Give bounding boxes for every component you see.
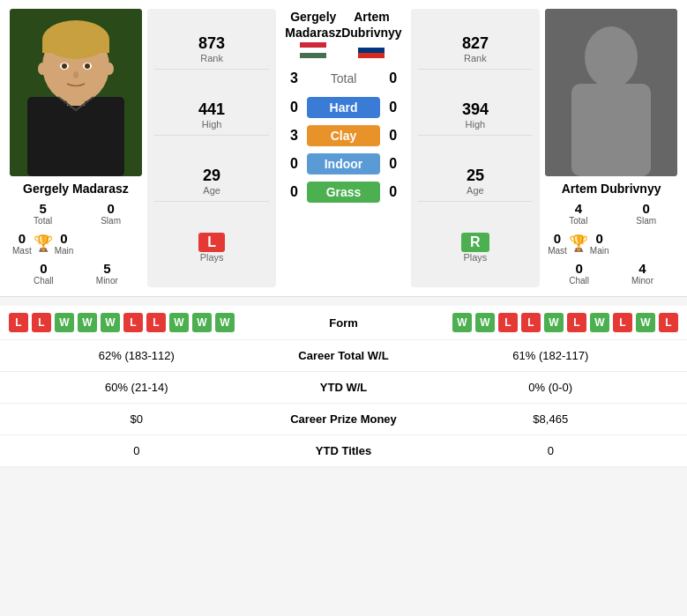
right-high-value: 394 xyxy=(418,100,534,119)
player-left-main-value: 0 xyxy=(55,231,74,246)
hard-badge: Hard xyxy=(307,97,379,118)
form-badge-right: L xyxy=(521,313,541,332)
svg-rect-5 xyxy=(42,40,109,53)
player-left-photo xyxy=(10,9,142,176)
svg-rect-15 xyxy=(571,84,651,176)
stat-right-3: 0 xyxy=(423,444,679,457)
hard-score-left: 0 xyxy=(280,100,307,115)
svg-rect-1 xyxy=(27,97,124,176)
player-left-minor-value: 5 xyxy=(96,261,118,276)
stat-right-2: $8,465 xyxy=(423,412,679,426)
grass-badge: Grass xyxy=(307,182,379,203)
indoor-score-left: 0 xyxy=(280,156,307,172)
player-right-minor-label: Minor xyxy=(631,276,653,286)
form-badge-right: L xyxy=(659,313,678,332)
stats-rows: 62% (183-112)Career Total W/L61% (182-11… xyxy=(0,340,687,467)
right-plays-value: R xyxy=(461,233,489,252)
player-right-minor-value: 4 xyxy=(631,261,653,276)
form-badge-left: W xyxy=(192,313,212,332)
flag-left xyxy=(300,42,326,58)
player-left-photo-container: Gergely Madarasz 5 Total 0 Slam 0 Mast 🏆… xyxy=(9,9,143,287)
form-badge-right: W xyxy=(475,313,495,332)
stat-row-0: 62% (183-112)Career Total W/L61% (182-11… xyxy=(0,340,687,372)
form-badge-right: L xyxy=(613,313,632,332)
stat-center-3: YTD Titles xyxy=(265,444,423,457)
player-right-chall-label: Chall xyxy=(569,276,589,286)
right-player-name-center: Artem Dubrivnyy xyxy=(341,9,401,41)
top-section: Gergely Madarasz 5 Total 0 Slam 0 Mast 🏆… xyxy=(0,0,687,297)
player-left-mast-value: 0 xyxy=(12,231,32,246)
player-left-main-label: Main xyxy=(55,246,74,256)
stat-center-2: Career Prize Money xyxy=(265,412,423,426)
player-left-minor-label: Minor xyxy=(96,276,118,286)
grass-score-left: 0 xyxy=(280,184,307,200)
form-badge-right: L xyxy=(567,313,586,332)
trophy-left: 🏆 xyxy=(34,234,53,253)
player-right-silhouette xyxy=(545,9,677,176)
player-left-stats: 873 Rank 441 High 29 Age L Plays xyxy=(147,9,277,287)
stat-left-1: 60% (21-14) xyxy=(9,381,265,394)
svg-point-11 xyxy=(38,63,47,75)
left-rank-label: Rank xyxy=(154,53,270,63)
player-left-silhouette xyxy=(10,9,142,176)
form-badge-right: W xyxy=(636,313,655,332)
form-badge-right: L xyxy=(498,313,518,332)
player-left-total-label: Total xyxy=(12,216,73,226)
left-high-value: 441 xyxy=(154,100,270,119)
form-badge-left: W xyxy=(55,313,74,332)
right-age-value: 25 xyxy=(418,167,534,185)
form-badge-left: W xyxy=(215,313,235,332)
form-right: WWLLWLWLWL xyxy=(397,313,679,332)
player-right-main-value: 0 xyxy=(590,231,609,246)
flag-right xyxy=(358,42,385,58)
form-badge-left: L xyxy=(32,313,51,332)
clay-badge: Clay xyxy=(307,125,379,146)
form-badge-left: W xyxy=(169,313,189,332)
player-right-mast-label: Mast xyxy=(548,246,567,256)
stat-left-2: $0 xyxy=(9,412,265,426)
form-row: LLWWWLLWWW Form WWLLWLWLWL xyxy=(0,306,687,340)
form-badge-left: W xyxy=(78,313,97,332)
stat-row-3: 0YTD Titles0 xyxy=(0,435,687,467)
player-left-mast-label: Mast xyxy=(12,246,32,256)
player-right-chall-value: 0 xyxy=(569,261,589,276)
right-high-label: High xyxy=(418,119,534,130)
player-left-slam-value: 0 xyxy=(82,201,138,216)
trophy-right: 🏆 xyxy=(569,234,588,253)
player-right-photo xyxy=(545,9,677,176)
form-badge-left: W xyxy=(101,313,120,332)
player-right-stats: 827 Rank 394 High 25 Age R Plays xyxy=(411,9,541,287)
left-age-label: Age xyxy=(154,185,270,196)
stat-left-3: 0 xyxy=(9,444,265,457)
right-rank-label: Rank xyxy=(418,53,534,63)
form-badge-right: W xyxy=(452,313,472,332)
form-badge-right: W xyxy=(544,313,564,332)
stat-left-0: 62% (183-112) xyxy=(9,349,265,362)
form-left: LLWWWLLWWW xyxy=(9,313,291,332)
form-badge-left: L xyxy=(123,313,143,332)
svg-point-14 xyxy=(585,26,638,88)
form-label: Form xyxy=(291,316,397,330)
player-right-slam-label: Slam xyxy=(618,216,675,226)
svg-point-8 xyxy=(62,63,67,69)
form-badge-right: W xyxy=(590,313,609,332)
indoor-score-right: 0 xyxy=(380,156,407,172)
indoor-badge: Indoor xyxy=(307,153,379,174)
left-high-label: High xyxy=(154,119,270,130)
hard-score-right: 0 xyxy=(380,100,407,115)
clay-score-right: 0 xyxy=(380,128,407,144)
total-score-right: 0 xyxy=(380,71,407,86)
left-age-value: 29 xyxy=(154,167,270,185)
total-score-left: 3 xyxy=(280,71,307,86)
left-rank-value: 873 xyxy=(154,34,270,53)
player-right-main-label: Main xyxy=(590,246,609,256)
player-right-total-value: 4 xyxy=(548,201,609,216)
stat-row-1: 60% (21-14)YTD W/L0% (0-0) xyxy=(0,372,687,404)
player-right-photo-container: Artem Dubrivnyy 4 Total 0 Slam 0 Mast 🏆 … xyxy=(544,9,678,287)
player-left-name: Gergely Madarasz xyxy=(23,182,129,196)
player-right-mast-value: 0 xyxy=(548,231,567,246)
player-right-total-label: Total xyxy=(548,216,609,226)
clay-score-left: 3 xyxy=(280,128,307,144)
stat-center-1: YTD W/L xyxy=(265,381,423,394)
player-left-chall-label: Chall xyxy=(34,276,54,286)
